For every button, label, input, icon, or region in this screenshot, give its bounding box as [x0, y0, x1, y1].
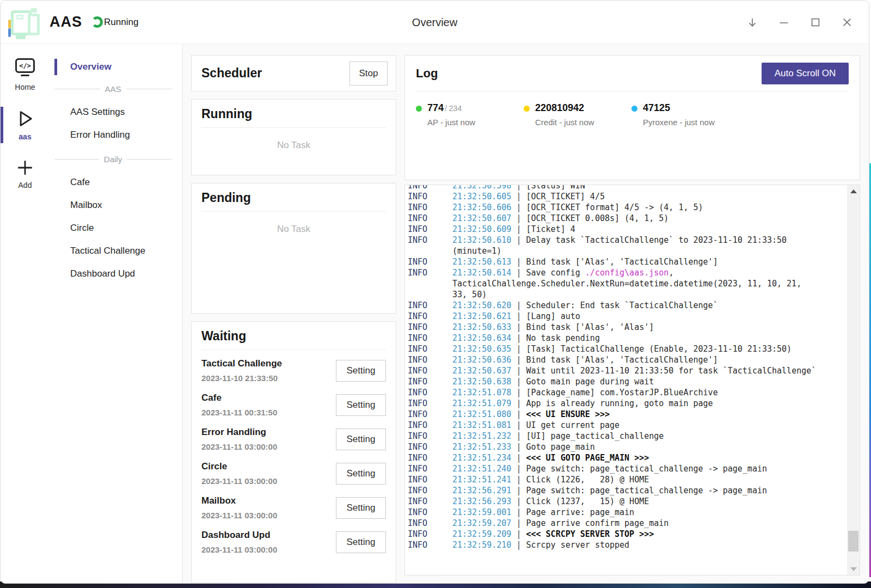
- nav-item-circle[interactable]: Circle: [50, 217, 182, 240]
- log-scrollbar[interactable]: [847, 185, 860, 575]
- app-logo-icon: [7, 5, 41, 39]
- log-console[interactable]: INFO21:32:50.598 | [Status] WININFO21:32…: [404, 185, 860, 575]
- nav-item-mailbox[interactable]: Mailbox: [50, 194, 182, 217]
- log-message: [Lang] auto: [526, 311, 580, 321]
- waiting-item-name: Cafe: [201, 393, 277, 403]
- close-button[interactable]: [841, 16, 854, 29]
- log-line: INFO21:32:59.210 | Scrcpy server stopped: [408, 540, 843, 550]
- stop-button[interactable]: Stop: [349, 62, 388, 85]
- rail-item-aas[interactable]: aas: [1, 107, 50, 143]
- log-level: INFO: [408, 398, 452, 409]
- minimize-icon: [778, 16, 790, 28]
- log-message: No task pending: [526, 333, 599, 343]
- log-message: Bind task ['Alas', 'TacticalChallenge']: [526, 355, 717, 365]
- nav-item-cafe[interactable]: Cafe: [50, 171, 182, 194]
- app-body: </> Home aas Add Overview AASA: [1, 44, 869, 583]
- minimize-button[interactable]: [777, 16, 790, 29]
- log-separator: |: [511, 268, 526, 278]
- setting-button[interactable]: Setting: [336, 428, 386, 450]
- log-separator: |: [511, 464, 526, 474]
- nav-item-error-handling[interactable]: Error Handling: [50, 124, 182, 146]
- log-timestamp: 21:32:50.607: [452, 213, 511, 223]
- rail-item-label: Home: [15, 83, 35, 91]
- log-line: INFO21:32:50.607 | [OCR_TICKET 0.008s] (…: [408, 213, 843, 224]
- log-separator: |: [511, 224, 526, 234]
- log-timestamp: 21:32:50.598: [452, 185, 511, 191]
- log-line: INFO21:32:50.638 | Goto main page during…: [408, 376, 843, 387]
- log-separator: |: [511, 366, 526, 376]
- divider: [201, 127, 386, 128]
- scrollbar-up-arrow-icon[interactable]: [847, 185, 860, 197]
- log-timestamp: 21:32:50.633: [452, 322, 511, 332]
- log-timestamp: 21:32:50.634: [452, 333, 511, 343]
- waiting-card: Waiting Tactical Challenge2023-11-10 21:…: [191, 321, 396, 583]
- log-timestamp: 21:32:50.635: [452, 344, 511, 354]
- setting-button[interactable]: Setting: [336, 394, 386, 416]
- nav-item-overview[interactable]: Overview: [50, 58, 182, 76]
- log-level: INFO: [408, 256, 452, 267]
- auto-scroll-button[interactable]: Auto Scroll ON: [762, 63, 849, 84]
- log-separator: |: [511, 203, 526, 212]
- setting-button[interactable]: Setting: [336, 360, 386, 382]
- maximize-button[interactable]: [809, 16, 822, 29]
- log-timestamp: 21:32:50.636: [452, 355, 511, 365]
- nav-section-divider: Daily: [54, 154, 171, 164]
- stat-suffix: / 234: [445, 104, 462, 113]
- log-level: INFO: [408, 496, 452, 507]
- waiting-item-next-run: 2023-11-11 03:00:00: [201, 545, 277, 554]
- log-level: INFO: [408, 300, 452, 311]
- log-line: INFO21:32:50.605 | [OCR_TICKET] 4/5: [408, 191, 843, 202]
- rail-item-add[interactable]: Add: [1, 156, 50, 192]
- stat-value-row: 47125: [643, 102, 715, 114]
- log-message: [Task] TacticalChallenge (Enable, 2023-1…: [526, 344, 792, 354]
- rail-item-home[interactable]: </> Home: [1, 56, 50, 94]
- waiting-item-info: Circle2023-11-11 03:00:00: [201, 461, 277, 486]
- log-line: INFO21:32:59.209 | <<< SCRCPY SERVER STO…: [408, 529, 843, 540]
- download-update-button[interactable]: [746, 16, 759, 29]
- nav-item-dashboard-upd[interactable]: Dashboard Upd: [50, 262, 182, 285]
- log-separator: |: [511, 235, 526, 245]
- scrollbar-thumb[interactable]: [848, 531, 858, 552]
- stat-label: Credit - just now: [535, 118, 594, 127]
- log-message: Scheduler: End task `TacticalChallenge`: [526, 301, 717, 310]
- stat-body: 47125Pyroxene - just now: [643, 102, 715, 127]
- waiting-item-next-run: 2023-11-11 03:00:00: [201, 476, 277, 486]
- log-separator: |: [511, 529, 526, 539]
- rail-item-label: Add: [19, 181, 32, 189]
- waiting-item-next-run: 2023-11-10 21:33:50: [201, 373, 282, 383]
- setting-button[interactable]: Setting: [336, 497, 386, 519]
- log-timestamp: 21:32:50.638: [452, 377, 511, 387]
- log-timestamp: 21:32:50.610: [452, 235, 511, 245]
- setting-button[interactable]: Setting: [336, 531, 386, 553]
- log-level: INFO: [408, 365, 452, 376]
- log-separator: |: [511, 388, 526, 397]
- log-line: INFO21:32:50.637 | Wait until 2023-11-10…: [408, 365, 843, 376]
- log-line: INFO21:32:50.636 | Bind task ['Alas', 'T…: [408, 354, 843, 365]
- setting-button[interactable]: Setting: [336, 463, 386, 485]
- log-separator: |: [511, 453, 526, 463]
- main-content: Scheduler Stop Running No Task Pending: [183, 44, 869, 583]
- log-separator: |: [511, 507, 526, 517]
- log-separator: |: [511, 192, 526, 201]
- nav-item-aas-settings[interactable]: AAS Settings: [50, 101, 182, 124]
- stat-value: 220810942: [535, 102, 584, 114]
- log-line: INFO21:32:51.078 | [Package_name] com.Yo…: [408, 387, 843, 398]
- log-message: Page switch: page_tactical_challenge -> …: [526, 464, 767, 474]
- scrollbar-down-arrow-icon[interactable]: [847, 563, 860, 575]
- log-separator: |: [511, 497, 526, 506]
- maximize-icon: [809, 16, 821, 28]
- nav-item-tactical-challenge[interactable]: Tactical Challenge: [50, 240, 182, 262]
- pending-title: Pending: [201, 191, 386, 205]
- log-level: INFO: [408, 322, 452, 333]
- waiting-item: Cafe2023-11-11 00:31:50Setting: [201, 388, 386, 422]
- scheduler-title: Scheduler: [201, 66, 262, 81]
- stat-value: 47125: [643, 102, 670, 114]
- waiting-item: Dashboard Upd2023-11-11 03:00:00Setting: [201, 525, 386, 559]
- log-line: INFO21:32:51.079 | App is already runnin…: [408, 398, 843, 409]
- titlebar: AAS Running Overview: [1, 1, 869, 44]
- log-timestamp: 21:32:50.605: [452, 192, 511, 201]
- log-line: INFO21:32:50.621 | [Lang] auto: [408, 311, 843, 322]
- log-timestamp: 21:32:51.080: [452, 409, 511, 419]
- log-line: INFO21:32:59.001 | Page arrive: page_mai…: [408, 507, 843, 518]
- waiting-item-next-run: 2023-11-11 03:00:00: [201, 511, 277, 520]
